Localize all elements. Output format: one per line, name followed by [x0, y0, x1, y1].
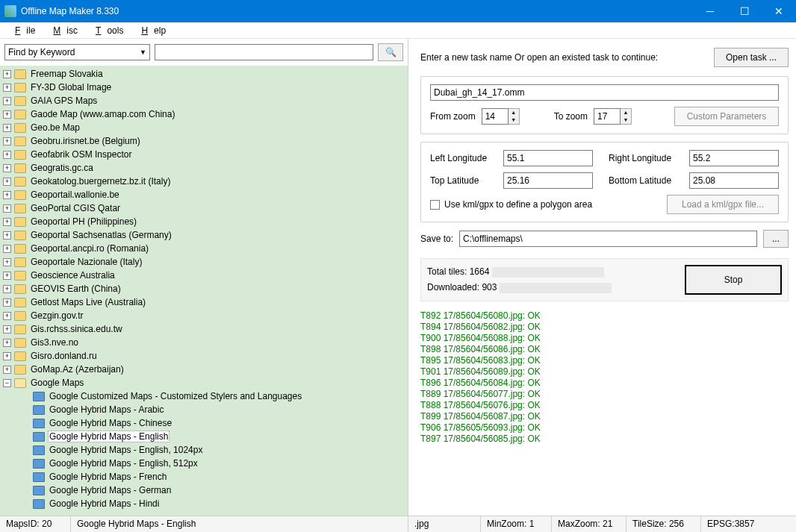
- tree-leaf[interactable]: Google Hybrid Maps - English: [0, 430, 408, 443]
- tree-item[interactable]: +GoMap.Az (Azerbaijan): [0, 363, 408, 376]
- tree-item-open[interactable]: −Google Maps: [0, 376, 408, 389]
- expand-icon[interactable]: +: [3, 366, 11, 374]
- tree-item[interactable]: +Geobru.irisnet.be (Belgium): [0, 134, 408, 148]
- folder-icon: [14, 163, 26, 173]
- expand-icon[interactable]: +: [3, 298, 11, 307]
- search-button[interactable]: 🔍: [378, 43, 403, 61]
- tree-item[interactable]: +Gisro.donland.ru: [0, 349, 408, 363]
- tree-item[interactable]: +Geoportal Sachsenatlas (Germany): [0, 228, 408, 242]
- tree-item[interactable]: +GeoPortal CGIS Qatar: [0, 201, 408, 215]
- to-zoom-down[interactable]: ▼: [621, 116, 631, 124]
- tree-leaf[interactable]: Google Customized Maps - Customized Styl…: [0, 389, 408, 403]
- expand-icon[interactable]: +: [3, 312, 11, 320]
- from-zoom-down[interactable]: ▼: [509, 116, 519, 124]
- expand-icon[interactable]: +: [3, 164, 11, 172]
- tree-item[interactable]: +GAIA GPS Maps: [0, 94, 408, 107]
- expand-icon[interactable]: +: [3, 137, 11, 145]
- tree-item[interactable]: +Getlost Maps Live (Australia): [0, 295, 408, 309]
- map-source-tree[interactable]: +Freemap Slovakia+FY-3D Global Image+GAI…: [0, 66, 408, 516]
- top-lat-input[interactable]: [503, 172, 593, 189]
- expand-icon[interactable]: +: [3, 245, 11, 253]
- status-epsg: EPSG:3857: [701, 516, 796, 532]
- tree-item[interactable]: +Geoportal PH (Philippines): [0, 215, 408, 228]
- expand-icon[interactable]: +: [3, 339, 11, 347]
- folder-icon: [14, 351, 26, 361]
- menu-help[interactable]: Help: [129, 24, 172, 37]
- tree-leaf[interactable]: Google Hybrid Maps - French: [0, 470, 408, 484]
- find-mode-combo[interactable]: Find by Keyword ▼: [4, 44, 150, 60]
- custom-parameters-button[interactable]: Custom Parameters: [674, 107, 779, 126]
- tree-leaf[interactable]: Google Hybrid Maps - Chinese: [0, 416, 408, 430]
- tree-leaf[interactable]: Google Hybrid Maps - English, 1024px: [0, 443, 408, 457]
- left-lon-input[interactable]: [503, 150, 593, 166]
- minimize-button[interactable]: ─: [693, 0, 727, 22]
- tree-item[interactable]: +GEOVIS Earth (China): [0, 282, 408, 295]
- to-zoom-up[interactable]: ▲: [621, 109, 631, 116]
- tree-leaf[interactable]: Google Hybrid Maps - German: [0, 484, 408, 497]
- expand-icon[interactable]: +: [3, 258, 11, 266]
- tree-item-label: Geoportail.wallonie.be: [29, 190, 121, 200]
- map-icon: [33, 499, 45, 509]
- stop-button[interactable]: Stop: [685, 265, 782, 295]
- task-name-field[interactable]: [430, 84, 779, 101]
- from-zoom-up[interactable]: ▲: [509, 109, 519, 116]
- to-zoom-input[interactable]: [594, 108, 621, 125]
- top-lat-label: Top Latitude: [430, 175, 497, 186]
- from-zoom-input[interactable]: [482, 108, 509, 125]
- tree-item[interactable]: +Gis3.nve.no: [0, 336, 408, 349]
- collapse-icon[interactable]: −: [3, 379, 11, 387]
- maximize-button[interactable]: ☐: [727, 0, 762, 22]
- expand-icon[interactable]: +: [3, 231, 11, 240]
- tree-item-label: Freemap Slovakia: [29, 69, 105, 79]
- menu-misc[interactable]: Misc: [41, 24, 84, 37]
- expand-icon[interactable]: +: [3, 97, 11, 105]
- tree-item[interactable]: +Geo.be Map: [0, 121, 408, 134]
- tree-item[interactable]: +Gis.rchss.sinica.edu.tw: [0, 322, 408, 336]
- tree-item[interactable]: +Freemap Slovakia: [0, 67, 408, 81]
- tree-item-label: Gisro.donland.ru: [29, 351, 99, 361]
- browse-button[interactable]: ...: [763, 230, 789, 248]
- tree-item[interactable]: +Geoscience Australia: [0, 269, 408, 282]
- search-input[interactable]: [155, 44, 373, 60]
- menu-file[interactable]: File: [3, 24, 41, 37]
- expand-icon[interactable]: +: [3, 285, 11, 293]
- expand-icon[interactable]: +: [3, 204, 11, 213]
- save-to-input[interactable]: [459, 231, 757, 247]
- titlebar: Offline Map Maker 8.330 ─ ☐ ✕: [0, 0, 796, 22]
- menu-tools[interactable]: Tools: [84, 24, 129, 37]
- bot-lat-input[interactable]: [689, 172, 779, 189]
- tree-item[interactable]: +Geoportale Nazionale (Italy): [0, 255, 408, 269]
- tree-item[interactable]: +FY-3D Global Image: [0, 81, 408, 94]
- use-kml-checkbox[interactable]: Use kml/gpx to define a polygon area: [430, 199, 592, 210]
- tree-item[interactable]: +Geoportal.ancpi.ro (Romania): [0, 242, 408, 255]
- right-lon-input[interactable]: [689, 150, 779, 166]
- expand-icon[interactable]: +: [3, 325, 11, 334]
- expand-icon[interactable]: +: [3, 191, 11, 199]
- tree-leaf[interactable]: Google Hybrid Maps - Hindi: [0, 497, 408, 510]
- expand-icon[interactable]: +: [3, 352, 11, 360]
- tree-leaf[interactable]: Google Hybrid Maps - Arabic: [0, 403, 408, 416]
- expand-icon[interactable]: +: [3, 151, 11, 159]
- expand-icon[interactable]: +: [3, 272, 11, 280]
- tree-item[interactable]: +Geoportail.wallonie.be: [0, 188, 408, 201]
- tree-item-label: Gis3.nve.no: [29, 337, 80, 348]
- folder-icon: [14, 311, 26, 321]
- menubar: File Misc Tools Help: [0, 22, 796, 39]
- close-button[interactable]: ✕: [762, 0, 796, 22]
- tree-item[interactable]: +Geofabrik OSM Inspector: [0, 148, 408, 161]
- tree-leaf[interactable]: Google Hybrid Maps - English, 512px: [0, 457, 408, 470]
- tree-item[interactable]: +Gezgin.gov.tr: [0, 309, 408, 322]
- expand-icon[interactable]: +: [3, 178, 11, 186]
- expand-icon[interactable]: +: [3, 218, 11, 226]
- map-icon: [33, 445, 45, 455]
- expand-icon[interactable]: +: [3, 84, 11, 92]
- tree-item[interactable]: +Gaode Map (www.amap.com China): [0, 107, 408, 121]
- load-kml-button[interactable]: Load a kml/gpx file...: [667, 195, 779, 214]
- expand-icon[interactable]: +: [3, 124, 11, 132]
- expand-icon[interactable]: +: [3, 70, 11, 78]
- tree-leaf-label: Google Hybrid Maps - English, 1024px: [48, 445, 204, 455]
- tree-item[interactable]: +Geokatolog.buergernetz.bz.it (Italy): [0, 175, 408, 188]
- open-task-button[interactable]: Open task ...: [714, 48, 789, 67]
- expand-icon[interactable]: +: [3, 110, 11, 119]
- tree-item[interactable]: +Geogratis.gc.ca: [0, 161, 408, 175]
